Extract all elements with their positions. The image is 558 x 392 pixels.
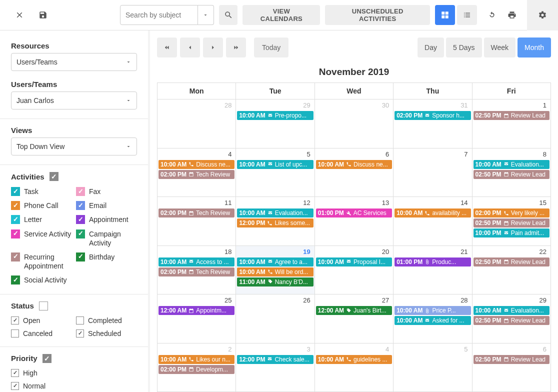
day-cell[interactable]: 28 [158, 100, 236, 148]
activity-item[interactable]: Campaign Activity [76, 230, 137, 248]
day-cell[interactable]: 7 [394, 148, 472, 198]
day-cell[interactable]: 210:00 AMLikes our n...02:00 PMDevelopm.… [158, 344, 236, 392]
status-item[interactable]: Canceled [11, 330, 72, 338]
today-button[interactable]: Today [254, 38, 288, 58]
nav-next-far-button[interactable] [226, 38, 246, 58]
status-checkbox[interactable] [11, 330, 19, 338]
calendar-event[interactable]: 02:50 PMReview Lead [474, 170, 550, 179]
resources-select[interactable]: Users/Teams [11, 53, 137, 71]
day-cell[interactable]: 3102:00 PMSponsor h... [394, 100, 472, 148]
search-dropdown-toggle[interactable] [198, 5, 214, 25]
day-cell[interactable]: 2512:00 AMAppointm... [158, 294, 236, 344]
calendar-event[interactable]: 02:00 PMTech Review [158, 170, 234, 179]
range-week-button[interactable]: Week [484, 38, 516, 58]
day-cell[interactable]: 2712:00 AMJuan's Birt... [315, 294, 394, 344]
activity-checkbox[interactable] [11, 276, 20, 284]
calendar-event[interactable]: 10:00 AMWill be ord... [237, 268, 313, 276]
calendar-event[interactable]: 12:00 PMLikes some... [237, 218, 313, 228]
views-select[interactable]: Top Down View [11, 138, 137, 156]
day-cell[interactable]: 2101:00 PMProduc... [394, 246, 472, 295]
range-5days-button[interactable]: 5 Days [446, 38, 482, 58]
nav-prev-far-button[interactable] [157, 38, 177, 58]
calendar-event[interactable]: 10:00 AMavailability ... [394, 208, 470, 218]
activity-item[interactable]: Fax [76, 187, 137, 196]
priority-item[interactable]: High [11, 369, 137, 377]
day-cell[interactable]: 26 [236, 294, 314, 344]
day-cell[interactable]: 602:50 PMReview Lead [472, 344, 551, 392]
calendar-event[interactable]: 10:00 AMPrice P... [394, 306, 470, 315]
day-cell[interactable]: 30 [315, 100, 394, 148]
save-button[interactable] [34, 5, 52, 25]
calendar-event[interactable]: 10:00 AMEvaluation... [474, 306, 550, 315]
calendar-event[interactable]: 10:00 AMDiscuss ne... [158, 160, 234, 169]
range-day-button[interactable]: Day [418, 38, 444, 58]
day-cell[interactable]: 410:00 AMguidelines ... [315, 344, 394, 392]
users-teams-select[interactable]: Juan Carlos [11, 92, 137, 110]
nav-next-button[interactable] [203, 38, 223, 58]
activity-item[interactable]: Birthday [76, 252, 137, 270]
activity-checkbox[interactable] [11, 201, 20, 210]
calendar-event[interactable]: 10:00 AMPre-propo... [237, 111, 313, 120]
day-cell[interactable]: 1810:00 AMAccess to ...02:00 PMTech Revi… [158, 246, 236, 295]
day-cell[interactable]: 312:00 PMCheck sale... [236, 344, 314, 392]
priority-master-checkbox[interactable] [42, 354, 52, 363]
calendar-event[interactable]: 02:00 PMVery likely ... [474, 208, 550, 218]
calendar-event[interactable]: 02:50 PMReview Lead [474, 258, 550, 266]
calendar-event[interactable]: 10:00 AMDiscuss ne... [316, 160, 392, 169]
day-cell[interactable]: 2810:00 AMPrice P...10:00 AMAsked for ..… [394, 294, 472, 344]
day-cell[interactable]: 610:00 AMDiscuss ne... [315, 148, 394, 198]
activity-item[interactable]: Service Activity [11, 230, 72, 248]
day-cell[interactable]: 5 [394, 344, 472, 392]
search-input[interactable] [120, 5, 198, 25]
calendar-event[interactable]: 10:00 PMPain admit... [474, 228, 550, 238]
status-item[interactable]: Open [11, 316, 72, 324]
activity-item[interactable]: Task [11, 187, 72, 196]
status-item[interactable]: Scheduled [76, 330, 137, 338]
calendar-event[interactable]: 12:00 AMJuan's Birt... [316, 306, 392, 315]
day-cell[interactable]: 2202:50 PMReview Lead [472, 246, 551, 295]
calendar-event[interactable]: 02:00 PMTech Review [158, 268, 234, 276]
calendar-event[interactable]: 02:00 PMDevelopm... [158, 365, 234, 374]
status-master-checkbox[interactable] [39, 302, 48, 310]
activity-checkbox[interactable] [76, 201, 85, 210]
activity-checkbox[interactable] [76, 215, 85, 224]
activity-checkbox[interactable] [76, 252, 85, 262]
activity-checkbox[interactable] [11, 215, 20, 224]
nav-prev-button[interactable] [180, 38, 200, 58]
calendar-event[interactable]: 12:00 PMCheck sale... [237, 355, 313, 364]
calendar-event[interactable]: 10:00 AMEvaluation... [474, 160, 550, 169]
calendar-event[interactable]: 10:00 AMProposal I... [316, 258, 392, 266]
view-grid-button[interactable] [435, 5, 455, 25]
day-cell[interactable]: 2910:00 AMPre-propo... [236, 100, 314, 148]
day-cell[interactable]: 410:00 AMDiscuss ne...02:00 PMTech Revie… [158, 148, 236, 198]
calendar-event[interactable]: 02:00 PMSponsor h... [394, 111, 470, 120]
activity-item[interactable]: Appointment [76, 215, 137, 224]
calendar-event[interactable]: 02:50 PMReview Lead [474, 218, 550, 228]
day-cell[interactable]: 2010:00 AMProposal I... [315, 246, 394, 295]
activity-checkbox[interactable] [76, 230, 85, 238]
day-cell[interactable]: 1102:00 PMTech Review [158, 197, 236, 246]
status-item[interactable]: Completed [76, 316, 137, 324]
activity-checkbox[interactable] [11, 187, 20, 196]
day-cell[interactable]: 1410:00 AMavailability ... [394, 197, 472, 246]
priority-checkbox[interactable] [11, 382, 19, 390]
day-cell[interactable]: 1502:00 PMVery likely ...02:50 PMReview … [472, 197, 551, 246]
activity-item[interactable]: Social Activity [11, 276, 72, 284]
calendar-event[interactable]: 10:00 AMEvaluation... [237, 208, 313, 218]
calendar-event[interactable]: 10:00 AMAccess to ... [158, 258, 234, 266]
calendar-event[interactable]: 01:00 PMAC Services [316, 208, 392, 218]
calendar-event[interactable]: 10:00 AMAsked for ... [394, 316, 470, 325]
calendar-event[interactable]: 10:00 AMList of upc... [237, 160, 313, 169]
day-cell[interactable]: 1210:00 AMEvaluation...12:00 PMLikes som… [236, 197, 314, 246]
priority-item[interactable]: Normal [11, 382, 137, 390]
activity-checkbox[interactable] [76, 187, 85, 196]
calendar-event[interactable]: 10:00 AMAgree to a... [237, 258, 313, 266]
calendar-event[interactable]: 10:00 AMguidelines ... [316, 355, 392, 364]
day-cell[interactable]: 1910:00 AMAgree to a...10:00 AMWill be o… [236, 246, 314, 295]
activity-item[interactable]: Recurring Appointment [11, 252, 72, 270]
day-cell[interactable]: 102:50 PMReview Lead [472, 100, 551, 148]
activities-master-checkbox[interactable] [50, 172, 58, 181]
calendar-event[interactable]: 01:00 PMProduc... [394, 258, 470, 266]
calendar-event[interactable]: 10:00 AMLikes our n... [158, 355, 234, 364]
day-cell[interactable]: 510:00 AMList of upc... [236, 148, 314, 198]
